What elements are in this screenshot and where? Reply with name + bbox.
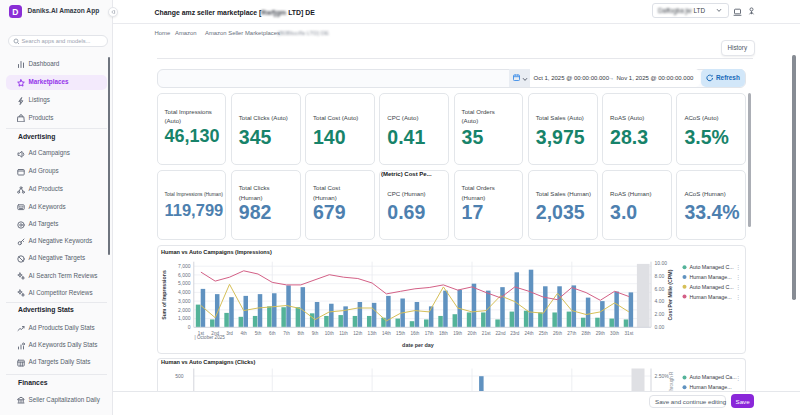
svg-text:2.00: 2.00	[654, 311, 664, 317]
svg-text:10th: 10th	[324, 331, 333, 336]
svg-text:31st: 31st	[624, 331, 633, 336]
svg-text:7th: 7th	[283, 331, 290, 336]
svg-text:Cost Per Mille (CPM): Cost Per Mille (CPM)	[667, 270, 673, 321]
svg-text:4th: 4th	[240, 331, 247, 336]
svg-text:5,000: 5,000	[177, 281, 190, 287]
svg-text:Human Manage...: Human Manage...	[689, 384, 731, 390]
svg-text:20th: 20th	[467, 331, 476, 336]
svg-text:500: 500	[175, 372, 184, 378]
svg-text:| October 2025: | October 2025	[194, 335, 225, 340]
svg-text:6.00: 6.00	[654, 286, 664, 292]
svg-text:8th: 8th	[297, 331, 304, 336]
svg-text:15th: 15th	[396, 331, 405, 336]
svg-text:5th: 5th	[254, 331, 261, 336]
svg-text:2.50%: 2.50%	[654, 372, 669, 378]
svg-text:1,000: 1,000	[177, 316, 190, 322]
svg-text:Auto Managed Ca...: Auto Managed Ca...	[689, 374, 736, 380]
svg-text:Click Through R: Click Through R	[669, 370, 674, 390]
svg-text:23rd: 23rd	[510, 331, 520, 336]
svg-text:Sum of Impressions: Sum of Impressions	[161, 270, 167, 320]
svg-text:17th: 17th	[424, 331, 433, 336]
svg-text:18th: 18th	[438, 331, 447, 336]
svg-text:0: 0	[187, 324, 190, 330]
svg-text:9th: 9th	[311, 331, 318, 336]
svg-text:3rd: 3rd	[226, 331, 233, 336]
svg-text:13th: 13th	[367, 331, 376, 336]
svg-text:Human Manage...: Human Manage...	[689, 294, 731, 300]
svg-text:3,000: 3,000	[177, 298, 190, 304]
svg-text:7,000: 7,000	[177, 263, 190, 269]
svg-text:14th: 14th	[381, 331, 390, 336]
svg-text:11th: 11th	[339, 331, 348, 336]
svg-text:28th: 28th	[581, 331, 590, 336]
svg-text:⋮: ⋮	[735, 265, 741, 271]
svg-text:Auto Managed C...: Auto Managed C...	[689, 264, 733, 270]
svg-text:4,000: 4,000	[177, 289, 190, 295]
svg-text:24th: 24th	[524, 331, 533, 336]
svg-text:21st: 21st	[481, 331, 490, 336]
svg-text:2,000: 2,000	[177, 307, 190, 313]
svg-text:Auto Managed C...: Auto Managed C...	[689, 284, 733, 290]
svg-text:27th: 27th	[567, 331, 576, 336]
svg-text:19th: 19th	[453, 331, 462, 336]
svg-text:0.00: 0.00	[654, 324, 664, 330]
svg-text:30th: 30th	[610, 331, 619, 336]
svg-text:6th: 6th	[269, 331, 276, 336]
svg-text:⋮: ⋮	[735, 294, 741, 300]
svg-text:22nd: 22nd	[495, 331, 506, 336]
svg-text:10.00: 10.00	[654, 260, 667, 266]
svg-text:12th: 12th	[353, 331, 362, 336]
svg-text:8.00: 8.00	[654, 273, 664, 279]
svg-text:⋮: ⋮	[735, 374, 741, 380]
svg-text:16th: 16th	[410, 331, 419, 336]
svg-text:⋮: ⋮	[735, 274, 741, 280]
svg-text:4.00: 4.00	[654, 299, 664, 305]
svg-text:⋮: ⋮	[735, 284, 741, 290]
svg-text:6,000: 6,000	[177, 272, 190, 278]
svg-text:25th: 25th	[538, 331, 547, 336]
svg-text:29th: 29th	[595, 331, 604, 336]
svg-text:date per day: date per day	[402, 342, 434, 348]
svg-text:Human Manage...: Human Manage...	[689, 274, 731, 280]
svg-text:26th: 26th	[553, 331, 562, 336]
